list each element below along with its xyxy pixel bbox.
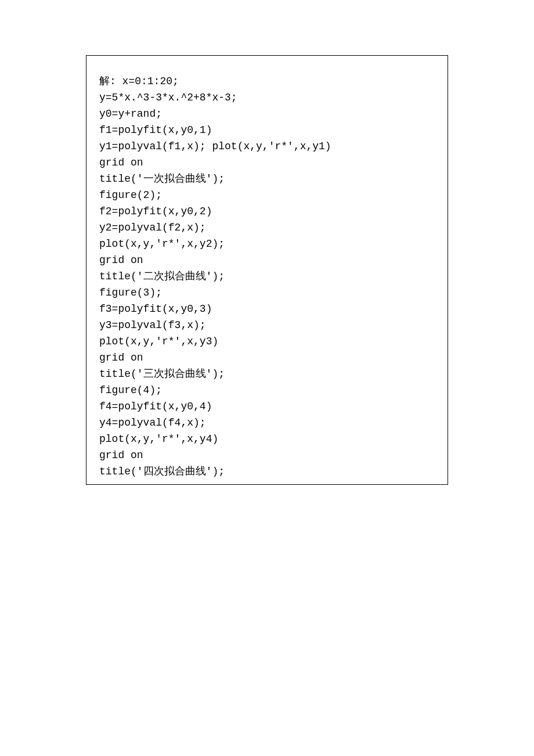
code-line: 解: x=0:1:20; [99,73,435,89]
code-line: plot(x,y,'r*',x,y4) [99,431,435,447]
code-block: 解: x=0:1:20; y=5*x.^3-3*x.^2+8*x-3; y0=y… [86,55,448,485]
code-line: figure(3); [99,285,435,301]
code-line: grid on [99,447,435,463]
code-line: title('四次拟合曲线'); [99,463,435,480]
code-line: y0=y+rand; [99,106,435,122]
code-line: title('二次拟合曲线'); [99,268,435,285]
code-line: figure(2); [99,187,435,203]
document-page: 解: x=0:1:20; y=5*x.^3-3*x.^2+8*x-3; y0=y… [0,0,534,756]
code-line: plot(x,y,'r*',x,y2); [99,236,435,252]
code-line: y1=polyval(f1,x); plot(x,y,'r*',x,y1) [99,138,435,154]
code-line: f4=polyfit(x,y0,4) [99,398,435,415]
code-line: y3=polyval(f3,x); [99,317,435,333]
code-line: grid on [99,252,435,268]
code-line: plot(x,y,'r*',x,y3) [99,333,435,350]
code-line: y2=polyval(f2,x); [99,219,435,236]
code-line: title('一次拟合曲线'); [99,171,435,187]
code-line: grid on [99,350,435,366]
code-line: grid on [99,154,435,171]
code-line: f2=polyfit(x,y0,2) [99,203,435,219]
code-line: figure(4); [99,382,435,398]
code-line: f3=polyfit(x,y0,3) [99,301,435,317]
code-line: title('三次拟合曲线'); [99,366,435,382]
code-line: y=5*x.^3-3*x.^2+8*x-3; [99,89,435,106]
code-line: y4=polyval(f4,x); [99,415,435,431]
code-line: f1=polyfit(x,y0,1) [99,122,435,138]
